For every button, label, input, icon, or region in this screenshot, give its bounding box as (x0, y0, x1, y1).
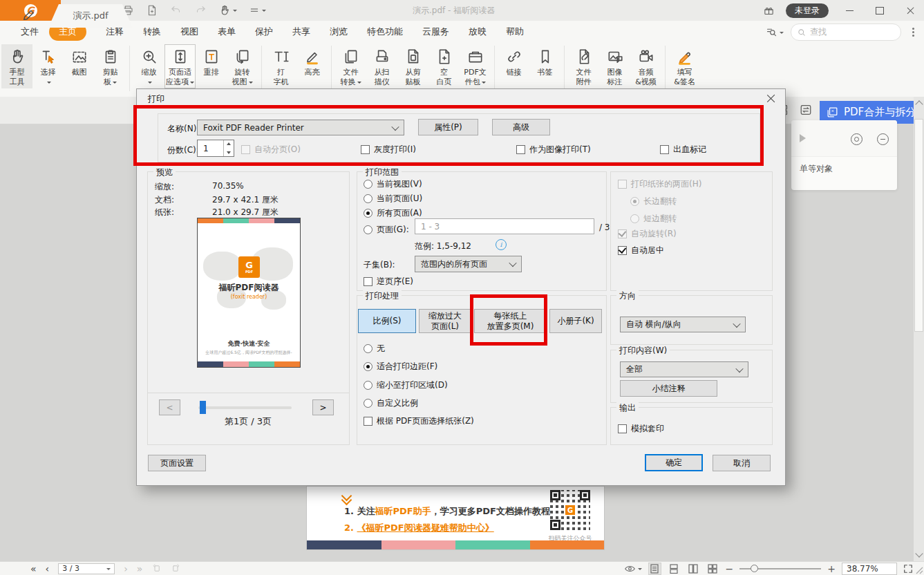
ribbon-reflow[interactable]: 重排 (196, 44, 227, 79)
ribbon-highlight[interactable]: 高亮 (296, 44, 328, 79)
ribbon-bookmark[interactable]: 书签 (529, 44, 560, 79)
preview-next-button[interactable]: > (312, 399, 334, 415)
scale-none-radio[interactable]: 无 (364, 343, 385, 355)
ribbon-page-fit[interactable]: 页面适应选项 (164, 44, 196, 88)
more-menu-icon[interactable] (912, 31, 914, 33)
login-button[interactable]: 未登录 (786, 3, 829, 18)
current-page-radio[interactable]: 当前页面(U) (364, 193, 422, 205)
facing-view-icon[interactable] (687, 563, 700, 575)
print-content-select[interactable]: 全部 (620, 361, 748, 377)
scrollbar-thumb[interactable] (914, 119, 923, 332)
first-page-icon[interactable]: « (30, 564, 37, 574)
zoom-out-icon[interactable]: − (726, 563, 734, 574)
page-setup-button[interactable]: 页面设置 (148, 455, 206, 471)
ribbon-blank-page[interactable]: 空白页 (428, 44, 460, 88)
preview-slider-thumb[interactable] (200, 401, 206, 414)
fit-margins-radio[interactable]: 适合打印边距(F) (364, 361, 437, 373)
custom-scale-radio[interactable]: 自定义比例 (364, 397, 418, 409)
target-icon[interactable] (851, 133, 862, 145)
ribbon-pdf-portfolio[interactable]: PDF文件包 (460, 44, 491, 88)
menu-cloud[interactable]: 云服务 (422, 23, 449, 40)
dialog-close-icon[interactable] (766, 93, 776, 103)
help-center-link[interactable]: 《福昕PDF阅读器疑难帮助中心》 (357, 522, 494, 533)
continuous-view-icon[interactable] (668, 563, 681, 575)
booklet-tab[interactable]: 小册子(K) (549, 309, 602, 333)
menu-protect[interactable]: 保护 (255, 23, 273, 40)
eye-icon[interactable] (624, 564, 642, 574)
scroll-up-icon[interactable] (915, 100, 923, 108)
current-view-radio[interactable]: 当前视图(V) (364, 178, 422, 190)
shrink-oversized-tab[interactable]: 缩放过大页面(L) (419, 309, 471, 333)
maximize-button[interactable] (870, 2, 889, 19)
info-icon[interactable]: i (496, 239, 507, 250)
minus-circle-icon[interactable] (877, 133, 889, 145)
shrink-area-radio[interactable]: 缩小至打印区域(D) (364, 379, 448, 391)
prev-page-icon[interactable]: ‹ (46, 564, 50, 574)
ribbon-link[interactable]: 链接 (498, 44, 529, 79)
preview-page-slider[interactable] (198, 406, 292, 409)
menu-view[interactable]: 视图 (180, 23, 198, 40)
fullscreen-icon[interactable] (903, 564, 913, 574)
hand-select-icon[interactable] (218, 4, 237, 17)
document-tab[interactable]: 演示.pdf (48, 4, 133, 28)
scale-tab[interactable]: 比例(S) (358, 309, 416, 333)
annotate-pen-icon[interactable] (22, 6, 37, 21)
menu-file[interactable]: 文件 (21, 23, 39, 40)
menu-share[interactable]: 共享 (292, 23, 310, 40)
ribbon-zoom[interactable]: 缩放 (133, 44, 164, 88)
minimize-button[interactable] (840, 2, 859, 19)
ribbon-snapshot[interactable]: 截图 (64, 44, 95, 79)
scroll-down-icon[interactable] (915, 549, 923, 557)
undo-icon[interactable] (170, 4, 182, 17)
simulate-overprint-checkbox[interactable]: 模拟套印 (618, 423, 664, 435)
preview-prev-button[interactable]: < (159, 399, 180, 415)
single-page-view-icon[interactable] (648, 563, 661, 575)
gift-icon[interactable] (763, 5, 775, 17)
orientation-select[interactable]: 自动 横向/纵向 (620, 317, 746, 332)
redo-icon[interactable] (194, 4, 207, 17)
ribbon-audio-video[interactable]: 音频&视频 (630, 44, 661, 88)
next-page-icon[interactable]: › (124, 564, 128, 574)
page-number-select[interactable]: 3 / 3 (58, 563, 115, 574)
rotate-left-icon[interactable] (151, 563, 162, 574)
find-options-icon[interactable] (766, 26, 784, 38)
pages-input[interactable]: 1 - 3 (415, 218, 594, 234)
play-icon[interactable] (800, 134, 810, 142)
menu-browse[interactable]: 浏览 (330, 23, 348, 40)
resize-grip-icon[interactable] (915, 566, 923, 574)
ribbon-image-annotation[interactable]: 图像标注 (599, 44, 630, 88)
double-chevron-down-icon[interactable] (343, 492, 350, 504)
search-input[interactable]: 查找 (791, 23, 901, 41)
ribbon-clipboard[interactable]: 剪贴板 (95, 44, 126, 88)
choose-paper-checkbox[interactable]: 根据 PDF页面选择纸张(Z) (364, 415, 474, 427)
last-page-icon[interactable]: » (137, 564, 143, 574)
menu-form[interactable]: 表单 (218, 23, 236, 40)
menu-help[interactable]: 帮助 (506, 23, 524, 40)
facing-continuous-view-icon[interactable] (706, 563, 719, 575)
menu-features[interactable]: 特色功能 (367, 23, 403, 40)
ribbon-convert[interactable]: 文件转换 (335, 44, 366, 88)
ribbon-select[interactable]: 选择 (32, 44, 64, 88)
reverse-pages-checkbox[interactable]: 逆页序(E) (364, 276, 413, 288)
auto-center-checkbox[interactable]: 自动居中 (618, 245, 664, 256)
menu-convert[interactable]: 转换 (143, 23, 161, 40)
new-page-icon[interactable] (146, 4, 158, 17)
pages-radio[interactable]: 页面(G): (364, 224, 409, 236)
zoom-slider[interactable] (739, 568, 821, 569)
summarize-comments-button[interactable]: 小结注释 (620, 380, 717, 397)
zoom-slider-thumb[interactable] (751, 565, 758, 572)
cancel-button[interactable]: 取消 (713, 455, 771, 471)
menu-present[interactable]: 放映 (469, 23, 487, 40)
ribbon-from-clipboard[interactable]: 从剪贴板 (397, 44, 428, 88)
ribbon-hand-tool[interactable]: 手型工具 (1, 44, 32, 88)
swap-panel-icon[interactable] (800, 104, 812, 116)
all-pages-radio[interactable]: 所有页面(A) (364, 207, 422, 219)
zoom-in-icon[interactable]: + (827, 563, 836, 574)
ribbon-fill-sign[interactable]: 填写&签名 (669, 44, 700, 88)
customize-toolbar-icon[interactable] (249, 5, 266, 16)
ribbon-rotate-view[interactable]: 旋转视图 (227, 44, 258, 88)
rotate-right-icon[interactable] (171, 563, 181, 574)
close-button[interactable] (901, 2, 920, 19)
ribbon-file-attachment[interactable]: 文件附件 (568, 44, 599, 88)
vertical-scrollbar[interactable] (914, 97, 924, 561)
